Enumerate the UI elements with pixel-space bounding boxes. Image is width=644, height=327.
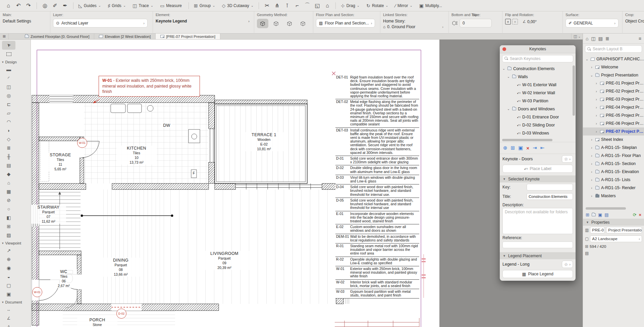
scrollbar[interactable]: [573, 65, 575, 116]
detail-tool[interactable]: ▢: [2, 281, 15, 290]
mesh-tool[interactable]: ▦: [2, 187, 15, 196]
tab-overflow-button[interactable]: ◫ ⌄: [571, 34, 583, 39]
keynote-tag-w01-entry[interactable]: W-01: [32, 287, 42, 297]
text-tool[interactable]: A: [2, 323, 15, 327]
layout-tree-item[interactable]: ›A-RD1-15- Section: [583, 160, 644, 168]
surface-selector[interactable]: ✐GENERAL›: [566, 19, 619, 28]
curtain-wall-tool[interactable]: ▤: [2, 161, 15, 170]
flip-icon[interactable]: ×: [505, 19, 511, 24]
adjust-icon[interactable]: ⋔: [272, 2, 282, 10]
morph-tool[interactable]: ◆: [2, 170, 15, 178]
resize-icon[interactable]: ◱: [312, 2, 322, 10]
wall-tool[interactable]: ▬: [2, 65, 15, 74]
list-icon[interactable]: ▤: [604, 212, 608, 217]
duplicate-icon[interactable]: ▣: [598, 212, 602, 217]
layout-tree-item[interactable]: ›A-RD1-15- Elevation: [583, 168, 644, 176]
keynote-tag-w01[interactable]: W-01: [77, 138, 87, 148]
toolbox-section-viewpoint[interactable]: ▾Viewpoint: [0, 239, 31, 246]
layout-tree-item[interactable]: ›A-RD1-15- Render: [583, 184, 644, 192]
roof-tool[interactable]: ◠: [2, 117, 15, 126]
elevation-tool[interactable]: ⊕: [2, 255, 15, 264]
pick-up-parameters-icon[interactable]: ◎: [40, 2, 50, 10]
angle-dimension-tool[interactable]: ∠: [2, 314, 15, 323]
toolbar-menu[interactable]: ▣Multiply...: [417, 2, 446, 9]
navigator-search-input[interactable]: [593, 47, 644, 51]
opening-tool[interactable]: ⊘: [2, 196, 15, 205]
place-legend-button[interactable]: ▦Place Legend: [502, 270, 573, 278]
update-icon[interactable]: ⟳: [633, 212, 637, 217]
keynotes-search-input[interactable]: [510, 56, 571, 61]
toolbox-section-document[interactable]: ▾Document: [0, 298, 31, 305]
legend-favorite-button[interactable]: ☆›: [562, 261, 573, 268]
fillet-icon[interactable]: ⌒: [302, 2, 312, 10]
export-icon[interactable]: ⇤: [540, 145, 545, 151]
toolbar-menu[interactable]: ♯Grids⌄: [106, 2, 128, 9]
keynote-tree-item[interactable]: ⌄Walls: [500, 73, 576, 81]
layout-tree-item[interactable]: ›PRE-01 Project Prese...: [583, 79, 644, 87]
navigator-menu-icon[interactable]: ≡: [639, 36, 641, 41]
layout-tree-item[interactable]: ⌄Project Presentation: [583, 71, 644, 79]
trim-icon[interactable]: ⌐: [292, 2, 302, 10]
shell-tool[interactable]: ◗: [2, 126, 15, 135]
stretch-icon[interactable]: ⊺: [282, 2, 292, 10]
redo-icon[interactable]: ↷: [23, 2, 34, 10]
keynote-tree-item[interactable]: ⌄Construction Elements: [500, 65, 576, 73]
horizontal-scrollbar[interactable]: [586, 207, 626, 210]
layout-tree-item[interactable]: ›A-RD1-15- Lists: [583, 176, 644, 184]
toolbar-menu[interactable]: ◇3D Cutaway⌄: [220, 2, 256, 9]
railing-tool[interactable]: ╫: [2, 152, 15, 161]
layout-tree-item[interactable]: ›A-RD1-15- Siteplan: [583, 144, 644, 152]
equipment-tool[interactable]: ⊞: [2, 222, 15, 231]
view-tab[interactable]: [PRE-07 Project Presentation]: [156, 34, 220, 39]
layout-tree-item[interactable]: ›PRE-02 Project Prese...: [583, 87, 644, 95]
reference-field[interactable]: [502, 241, 573, 248]
layout-tree-item[interactable]: ›PRE-06 Project Prese...: [583, 119, 644, 127]
arrow-tool[interactable]: ➤: [2, 41, 15, 50]
chevron-right-icon[interactable]: ›: [248, 19, 250, 23]
object-tool[interactable]: ◧: [2, 213, 15, 222]
keynote-tree-item[interactable]: W-02 Interior Wall: [500, 89, 576, 97]
keynote-tree-item[interactable]: W-03 Partition: [500, 97, 576, 105]
bottom-offset-field[interactable]: 0: [460, 19, 492, 28]
lamp-tool[interactable]: ○: [2, 205, 15, 213]
legend-placement-header[interactable]: ▼Legend Placement: [500, 252, 576, 259]
project-map-icon[interactable]: ⌂: [586, 36, 588, 41]
layout-tree-item[interactable]: ›Sheet Index: [583, 135, 644, 144]
key-field[interactable]: [527, 184, 573, 190]
toolbar-menu[interactable]: ⊹Drag⌄: [339, 2, 362, 9]
horizontal-scrollbar[interactable]: [502, 139, 552, 141]
toolbar-menu[interactable]: ∕Mirror⌄: [393, 2, 415, 9]
layout-tree-item[interactable]: ›PRE-07 Project Pres...: [583, 127, 644, 135]
keynote-callout[interactable]: W-01 - Exterior walls with 250mm brick, …: [99, 76, 200, 97]
beam-tool[interactable]: ⊏: [2, 100, 15, 109]
keynote-tree-item[interactable]: D-02 Sliding Door: [500, 121, 576, 129]
layer-selector[interactable]: ⊙Archicad Layer ›: [53, 19, 148, 28]
drawing-canvas[interactable]: W-01 - Exterior walls with 250mm brick, …: [31, 40, 439, 327]
layout-id-field[interactable]: PRE-0: [590, 227, 605, 233]
crop-value[interactable]: Object Cro...: [625, 19, 644, 23]
selected-keynote-header[interactable]: ▼Selected Keynote: [500, 175, 576, 182]
worksheet-tool[interactable]: ▣: [2, 290, 15, 298]
chevron-right-icon[interactable]: ›: [442, 25, 443, 29]
geometry-method-4-button[interactable]: [297, 19, 309, 28]
properties-header[interactable]: ▼Properties: [583, 219, 644, 226]
toolbar-menu[interactable]: ▭Measure: [158, 2, 185, 9]
keynotes-search[interactable]: [502, 55, 573, 62]
close-icon[interactable]: [502, 47, 506, 51]
new-layout-icon[interactable]: ⊞: [586, 212, 589, 217]
toolbar-menu[interactable]: ◺Guides⌄: [76, 2, 103, 9]
keynote-tree-item[interactable]: W-01 Exterior Wall: [500, 81, 576, 89]
dimension-tool[interactable]: ↔: [2, 305, 15, 314]
layout-tree-item[interactable]: ⌄GRAPHISOFT ARCHICAD S...: [583, 55, 644, 63]
zone-tool[interactable]: ⌂: [2, 178, 15, 187]
paper-size-selector[interactable]: A2 Landscape›: [590, 235, 642, 242]
toolbox-section-design[interactable]: ▾Design: [0, 58, 31, 65]
keynote-tree-item[interactable]: D-03 Windows: [500, 129, 576, 137]
door-tool[interactable]: ◜: [2, 74, 15, 83]
floorplan-display-selector[interactable]: ▨Floor Plan and Section...›: [316, 19, 375, 28]
eyedropper-icon[interactable]: ✐: [50, 2, 60, 10]
column-tool[interactable]: ◎: [2, 91, 15, 100]
undo-icon[interactable]: ↶: [13, 2, 23, 10]
place-label-button[interactable]: Place Label: [502, 165, 573, 173]
view-map-icon[interactable]: ◫: [591, 36, 595, 41]
